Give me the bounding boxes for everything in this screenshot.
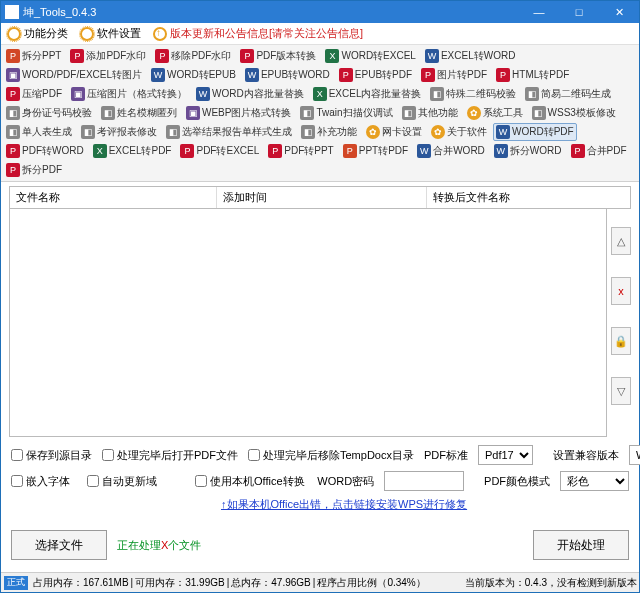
gr-icon: ◧ [300,106,314,120]
wd-icon: W [245,68,259,82]
col-addtime[interactable]: 添加时间 [217,187,427,208]
toolbar-拆分PDF[interactable]: P拆分PDF [3,161,65,179]
minimize-button[interactable]: — [519,1,559,23]
toolbar-压缩图片（格式转换）[interactable]: ▣压缩图片（格式转换） [68,85,190,103]
toolbar-姓名模糊匿列[interactable]: ◧姓名模糊匿列 [98,104,180,122]
start-button[interactable]: 开始处理 [533,530,629,560]
pdf-icon: P [240,49,254,63]
toolbar-EXCEL转WORD[interactable]: WEXCEL转WORD [422,47,518,65]
color-label: PDF颜色模式 [484,474,550,489]
toolbar-WORD转EXCEL[interactable]: XWORD转EXCEL [322,47,418,65]
wd-icon: W [496,125,510,139]
chk-open-after[interactable]: 处理完毕后打开PDF文件 [102,448,238,463]
chk-embed-font[interactable]: 嵌入字体 [11,474,77,489]
status-ver: 当前版本为：0.4.3，没有检测到新版本 [463,576,639,590]
toolbar-身份证号码校验[interactable]: ◧身份证号码校验 [3,104,95,122]
toolbar-WORD转EPUB[interactable]: WWORD转EPUB [148,66,239,84]
status-tag: 正式 [4,576,28,590]
xl-icon: X [313,87,327,101]
lock-button[interactable]: 🔒 [611,327,631,355]
pdf-icon: P [70,49,84,63]
chk-use-office[interactable]: 使用本机Office转换 [195,474,307,489]
toolbar-Twain扫描仪调试[interactable]: ◧Twain扫描仪调试 [297,104,395,122]
toolbar-简易二维码生成[interactable]: ◧简易二维码生成 [522,85,614,103]
toolbar-EXCEL内容批量替换[interactable]: XEXCEL内容批量替换 [310,85,425,103]
up-icon [153,27,167,41]
toolbar-PDF转EXCEL[interactable]: PPDF转EXCEL [177,142,262,160]
move-down-button[interactable]: ▽ [611,377,631,405]
delete-button[interactable]: x [611,277,631,305]
pdf-std-select[interactable]: Pdf17 [478,445,533,465]
toolbar-补充功能[interactable]: ◧补充功能 [298,123,360,141]
chk-save-orig[interactable]: 保存到源目录 [11,448,92,463]
toolbar-EPUB转WORD[interactable]: WEPUB转WORD [242,66,333,84]
chk-rm-temp[interactable]: 处理完毕后移除TempDocx目录 [248,448,414,463]
pdf-icon: P [571,144,585,158]
gr-icon: ◧ [525,87,539,101]
toolbar-WORD内容批量替换[interactable]: WWORD内容批量替换 [193,85,307,103]
toolbar-单人表生成[interactable]: ◧单人表生成 [3,123,75,141]
toolbar-WEBP图片格式转换[interactable]: ▣WEBP图片格式转换 [183,104,294,122]
wd-icon: W [151,68,165,82]
pdf-icon: P [6,87,20,101]
gr-icon: ◧ [6,106,20,120]
toolbar-合并WORD[interactable]: W合并WORD [414,142,488,160]
maximize-button[interactable]: □ [559,1,599,23]
col-outname[interactable]: 转换后文件名称 [427,187,630,208]
toolbar-特殊二维码校验[interactable]: ◧特殊二维码校验 [427,85,519,103]
toolbar-PDF版本转换[interactable]: PPDF版本转换 [237,47,319,65]
toolbar-添加PDF水印[interactable]: P添加PDF水印 [67,47,149,65]
toolbar-系统工具[interactable]: ✿系统工具 [464,104,526,122]
toolbar-WORD转PDF[interactable]: WWORD转PDF [493,123,577,141]
app-window: 坤_Tools_0.4.3 — □ ✕ 功能分类 软件设置 版本更新和公告信息[… [0,0,640,593]
word-pwd-input[interactable] [384,471,464,491]
window-title: 坤_Tools_0.4.3 [23,5,96,20]
toolbar-PDF转WORD[interactable]: PPDF转WORD [3,142,87,160]
toolbar-WORD/PDF/EXCEL转图片[interactable]: ▣WORD/PDF/EXCEL转图片 [3,66,145,84]
toolbar-拆分WORD[interactable]: W拆分WORD [491,142,565,160]
word-pwd-label: WORD密码 [317,474,374,489]
compat-label: 设置兼容版本 [553,448,619,463]
gr-icon: ◧ [532,106,546,120]
toolbar: P拆分PPTP添加PDF水印P移除PDF水印PPDF版本转换XWORD转EXCE… [1,45,639,182]
color-select[interactable]: 彩色 [560,471,629,491]
toolbar-考评报表修改[interactable]: ◧考评报表修改 [78,123,160,141]
toolbar-关于软件[interactable]: ✿关于软件 [428,123,490,141]
chk-auto-domain[interactable]: 自动更新域 [87,474,185,489]
wps-repair-link[interactable]: ↑如果本机Office出错，点击链接安装WPS进行修复 [221,497,467,512]
img-icon: ▣ [186,106,200,120]
move-up-button[interactable]: △ [611,227,631,255]
toolbar-HTML转PDF[interactable]: PHTML转PDF [493,66,572,84]
toolbar-合并PDF[interactable]: P合并PDF [568,142,630,160]
toolbar-网卡设置[interactable]: ✿网卡设置 [363,123,425,141]
title-bar[interactable]: 坤_Tools_0.4.3 — □ ✕ [1,1,639,23]
choose-file-button[interactable]: 选择文件 [11,530,107,560]
toolbar-PDF转PPT[interactable]: PPDF转PPT [265,142,336,160]
toolbar-图片转PDF[interactable]: P图片转PDF [418,66,490,84]
toolbar-WSS3模板修改[interactable]: ◧WSS3模板修改 [529,104,619,122]
menu-settings[interactable]: 软件设置 [74,23,147,44]
xl-icon: X [325,49,339,63]
pdf-std-label: PDF标准 [424,448,468,463]
gr-icon: ◧ [402,106,416,120]
pdf-icon: P [268,144,282,158]
status-mem3: 总内存：47.96GB [229,576,312,590]
toolbar-拆分PPT[interactable]: P拆分PPT [3,47,64,65]
col-filename[interactable]: 文件名称 [10,187,217,208]
file-list[interactable] [9,209,607,437]
close-button[interactable]: ✕ [599,1,639,23]
compat-select[interactable]: Word2010 [629,445,640,465]
menu-func[interactable]: 功能分类 [1,23,74,44]
toolbar-压缩PDF[interactable]: P压缩PDF [3,85,65,103]
toolbar-EPUB转PDF[interactable]: PEPUB转PDF [336,66,415,84]
toolbar-其他功能[interactable]: ◧其他功能 [399,104,461,122]
toolbar-PPT转PDF[interactable]: PPPT转PDF [340,142,411,160]
gr-icon: ◧ [101,106,115,120]
toolbar-移除PDF水印[interactable]: P移除PDF水印 [152,47,234,65]
action-row: 选择文件 正在处理X个文件 开始处理 [1,520,639,572]
toolbar-EXCEL转PDF[interactable]: XEXCEL转PDF [90,142,175,160]
pdf-icon: P [155,49,169,63]
pdf-icon: P [6,163,20,177]
menu-version[interactable]: 版本更新和公告信息[请常关注公告信息] [147,23,369,44]
toolbar-选举结果报告单样式生成[interactable]: ◧选举结果报告单样式生成 [163,123,295,141]
